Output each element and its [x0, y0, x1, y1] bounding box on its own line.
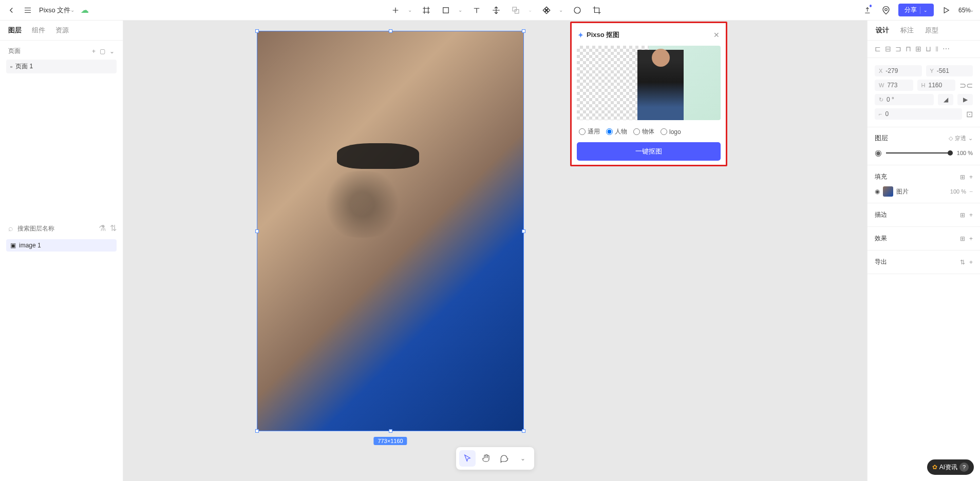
remove-fill-icon[interactable]: − — [969, 188, 973, 195]
h-field[interactable]: H1160 — [917, 80, 956, 91]
tab-prototype[interactable]: 原型 — [925, 26, 938, 35]
radio-person[interactable]: 人物 — [606, 127, 627, 136]
chevron-down-icon[interactable]: ⌄ — [408, 7, 412, 13]
rotation-field[interactable]: ↻0 ° — [875, 94, 934, 105]
zoom-control[interactable]: 65%⌄ — [958, 7, 974, 14]
circle-icon[interactable] — [572, 5, 582, 15]
layer-name: image 1 — [19, 242, 41, 249]
more-tools-icon[interactable]: ⌄ — [515, 450, 531, 467]
selection-frame[interactable]: 773×1160 — [257, 31, 524, 431]
align-right-icon[interactable]: ⊐ — [895, 45, 901, 53]
corner-expand-icon[interactable]: ⊡ — [966, 109, 973, 119]
export-title: 导出 — [875, 258, 887, 266]
fill-opacity[interactable]: 100 % — [950, 188, 966, 195]
tab-annotate[interactable]: 标注 — [900, 26, 914, 35]
fill-thumbnail[interactable] — [883, 186, 893, 197]
radio-object[interactable]: 物体 — [633, 127, 654, 136]
export-settings-icon[interactable]: ⇅ — [960, 259, 965, 266]
cutout-header: ✦Pixso 抠图 ✕ — [577, 27, 721, 43]
canvas[interactable]: 773×1160 ⌄ — [123, 21, 867, 481]
boolean-icon[interactable] — [511, 5, 521, 15]
lock-aspect-icon[interactable]: ⊃⊂ — [959, 81, 973, 90]
play-icon[interactable] — [941, 5, 951, 15]
selected-image[interactable] — [257, 31, 523, 431]
add-icon[interactable] — [390, 5, 401, 15]
align-middle-icon[interactable]: ⊞ — [915, 45, 921, 53]
frame-icon[interactable] — [421, 5, 431, 15]
file-title[interactable]: Pixso 文件 ⌄ — [39, 6, 74, 15]
help-icon[interactable]: ? — [959, 463, 969, 472]
topbar-right: 分享 ⌄ 65%⌄ — [863, 4, 974, 16]
page-item[interactable]: ▫ 页面 1 — [6, 60, 117, 73]
tab-assets[interactable]: 资源 — [55, 26, 69, 35]
handle-bottom-mid[interactable] — [389, 429, 392, 433]
cutout-button[interactable]: 一键抠图 — [577, 142, 721, 161]
align-bottom-icon[interactable]: ⊔ — [926, 45, 931, 53]
radio-logo[interactable]: logo — [661, 127, 681, 136]
add-page-icon[interactable]: + — [92, 48, 96, 55]
crop-icon[interactable] — [592, 5, 602, 15]
distribute-icon[interactable]: ⫴ — [935, 45, 938, 53]
move-icon[interactable] — [491, 5, 501, 15]
fill-style-icon[interactable]: ⊞ — [960, 174, 965, 181]
corner-field[interactable]: ⌐0 — [875, 108, 962, 120]
tab-components[interactable]: 组件 — [32, 26, 45, 35]
fill-visibility-icon[interactable]: ◉ — [875, 188, 880, 195]
help-badge[interactable]: ✿ AI资讯 ? — [927, 459, 974, 475]
add-fill-icon[interactable]: + — [969, 174, 973, 181]
folder-icon[interactable]: ▢ — [100, 48, 105, 55]
fill-item[interactable]: ◉ 图片 100 % − — [875, 184, 973, 199]
comment-tool[interactable] — [496, 450, 513, 467]
radio-general[interactable]: 通用 — [579, 127, 600, 136]
handle-bottom-right[interactable] — [522, 429, 525, 433]
zoom-value: 65% — [958, 7, 971, 14]
settings-icon[interactable]: ⇅ — [110, 223, 117, 233]
flip-h-icon[interactable]: ◢ — [938, 94, 953, 105]
w-field[interactable]: W773 — [875, 80, 913, 91]
text-icon[interactable] — [472, 5, 482, 15]
component-icon[interactable] — [541, 5, 552, 15]
add-effect-icon[interactable]: + — [969, 235, 973, 242]
stroke-section: 描边 ⊞+ — [868, 203, 980, 227]
chevron-down-icon[interactable]: ⌄ — [458, 7, 462, 13]
tab-layers[interactable]: 图层 — [8, 26, 22, 35]
chevron-down-icon[interactable]: ⌄ — [109, 48, 115, 55]
x-field[interactable]: X-279 — [875, 65, 922, 76]
flip-v-icon[interactable]: ▶ — [957, 94, 973, 105]
location-icon[interactable] — [881, 5, 891, 15]
search-input[interactable] — [17, 225, 95, 232]
layer-item[interactable]: ▣ image 1 — [6, 239, 117, 252]
hand-tool[interactable] — [478, 450, 494, 467]
handle-top-left[interactable] — [255, 29, 259, 33]
visibility-icon[interactable]: ◉ — [875, 148, 882, 158]
align-center-icon[interactable]: ⊟ — [885, 45, 891, 53]
opacity-slider[interactable] — [886, 152, 953, 153]
export-icon[interactable] — [863, 5, 874, 15]
chevron-down-icon[interactable]: ⌄ — [559, 7, 563, 13]
blend-mode[interactable]: ◇ 穿透 ⌄ — [949, 134, 973, 142]
handle-bottom-left[interactable] — [255, 429, 259, 433]
handle-right-mid[interactable] — [522, 229, 525, 233]
tab-design[interactable]: 设计 — [876, 26, 889, 35]
handle-top-mid[interactable] — [389, 29, 392, 33]
stroke-style-icon[interactable]: ⊞ — [960, 211, 965, 219]
filter-icon[interactable]: ⚗ — [99, 223, 106, 233]
y-field[interactable]: Y-561 — [926, 65, 973, 76]
add-stroke-icon[interactable]: + — [969, 211, 973, 219]
share-button[interactable]: 分享 ⌄ — [898, 4, 934, 16]
back-icon[interactable] — [6, 5, 16, 15]
effect-style-icon[interactable]: ⊞ — [960, 235, 965, 242]
chevron-down-icon[interactable]: ⌄ — [528, 7, 532, 13]
pointer-tool[interactable] — [459, 450, 476, 467]
more-align-icon[interactable]: ⋯ — [943, 45, 950, 53]
shape-icon[interactable] — [441, 5, 451, 15]
align-top-icon[interactable]: ⊓ — [906, 45, 911, 53]
align-left-icon[interactable]: ⊏ — [875, 45, 881, 53]
add-export-icon[interactable]: + — [969, 259, 973, 266]
menu-icon[interactable] — [23, 5, 33, 15]
handle-left-mid[interactable] — [255, 229, 259, 233]
opacity-value[interactable]: 100 % — [957, 150, 973, 156]
handle-top-right[interactable] — [522, 29, 525, 33]
close-icon[interactable]: ✕ — [713, 31, 720, 39]
cloud-sync-icon[interactable]: ☁ — [81, 5, 89, 15]
